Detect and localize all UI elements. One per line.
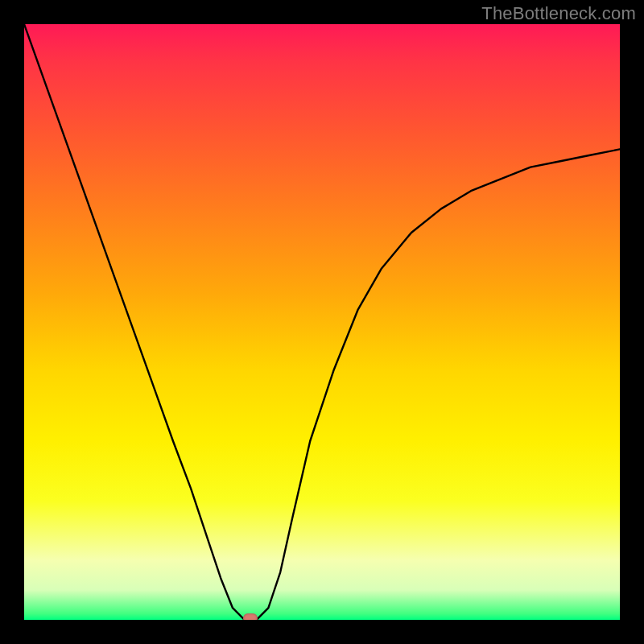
watermark-text: TheBottleneck.com — [481, 3, 636, 24]
chart-frame: TheBottleneck.com — [0, 0, 644, 644]
curve-svg — [24, 24, 620, 620]
plot-area — [24, 24, 620, 620]
bottleneck-curve — [24, 24, 620, 620]
optimum-marker — [243, 613, 258, 620]
